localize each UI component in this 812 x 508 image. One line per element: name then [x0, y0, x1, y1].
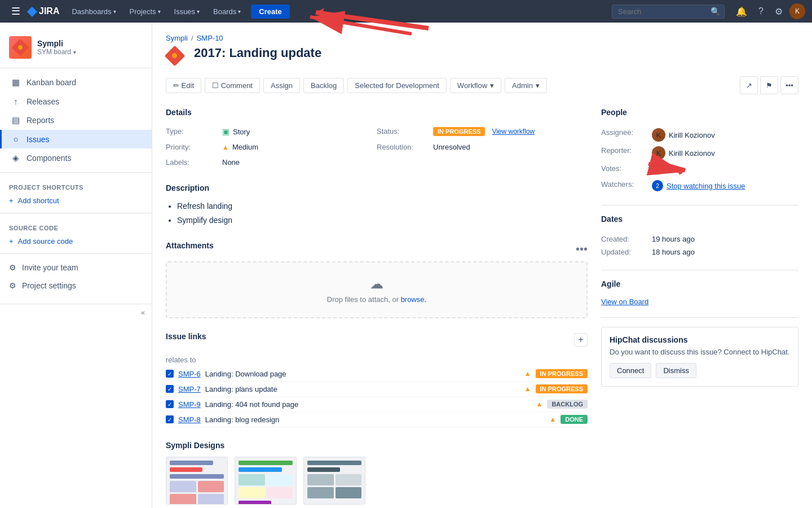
link-key-smp8[interactable]: SMP-8	[178, 415, 201, 424]
design-thumb-1[interactable]	[166, 457, 228, 505]
issues-icon: ○	[11, 134, 21, 144]
link-status-smp7: IN PROGRESS	[536, 384, 588, 393]
link-checkbox-smp6	[166, 370, 174, 378]
hipchat-description: Do you want to discuss this issue? Conne…	[610, 348, 790, 356]
plus-icon-2: +	[9, 237, 14, 246]
add-source-code-button[interactable]: + Add source code	[0, 234, 152, 249]
story-icon: ▣	[222, 127, 230, 136]
sidebar-item-issues[interactable]: ○ Issues	[0, 130, 152, 148]
breadcrumb: Sympli / SMP-10	[166, 34, 798, 42]
link-checkbox-smp7	[166, 385, 174, 393]
link-key-smp7[interactable]: SMP-7	[178, 385, 201, 393]
stop-watching-link[interactable]: Stop watching this issue	[667, 182, 745, 190]
attachments-more-icon[interactable]: •••	[576, 243, 588, 256]
link-row-smp8: SMP-8 Landing: blog redesign ▲ DONE	[166, 412, 588, 427]
more-button[interactable]: •••	[780, 76, 798, 94]
votes-badge[interactable]: 0	[652, 164, 663, 176]
invite-team-button[interactable]: ⚙ Invite your team	[0, 259, 152, 277]
description-item-0: Refresh landing	[177, 199, 588, 213]
user-avatar[interactable]: K	[789, 3, 805, 19]
agile-panel: Agile View on Board	[601, 279, 798, 306]
status-badge: IN PROGRESS	[433, 127, 485, 136]
issue-links-title: Issue links	[166, 332, 206, 341]
hipchat-panel: HipChat discussions Do you want to discu…	[601, 327, 798, 387]
sidebar: Sympli SYM board ▾ ▦ Kanban board ↑ Rele…	[0, 23, 152, 508]
attachments-drop-zone[interactable]: ☁ Drop files to attach, or browse.	[166, 261, 588, 318]
issue-main: Details Type: ▣ Story	[166, 108, 588, 508]
link-checkbox-smp9	[166, 400, 174, 408]
design-thumb-2[interactable]	[235, 457, 297, 505]
kanban-icon: ▦	[11, 77, 21, 87]
link-checkbox-smp8	[166, 415, 174, 423]
breadcrumb-issue-link[interactable]: SMP-10	[197, 34, 223, 42]
releases-icon: ↑	[11, 97, 21, 106]
people-title: People	[601, 108, 798, 119]
nav-dashboards[interactable]: Dashboards ▾	[66, 5, 121, 18]
relates-to-label: relates to	[166, 353, 588, 366]
help-icon[interactable]: ?	[754, 4, 768, 19]
view-workflow-link[interactable]: View workflow	[492, 128, 535, 135]
top-navigation: ☰ ◆ JIRA Dashboards ▾ Projects ▾ Issues …	[0, 0, 812, 23]
feedback-button[interactable]: ⚑	[760, 76, 778, 94]
hipchat-connect-button[interactable]: Connect	[610, 363, 651, 378]
assign-button[interactable]: Assign	[263, 78, 300, 93]
nav-boards[interactable]: Boards ▾	[208, 5, 246, 18]
breadcrumb-project-link[interactable]: Sympli	[166, 34, 188, 42]
nav-projects[interactable]: Projects ▾	[124, 5, 166, 18]
sidebar-board-selector[interactable]: SYM board ▾	[37, 48, 143, 56]
upload-icon: ☁	[180, 276, 573, 292]
created-row: Created: 19 hours ago	[601, 233, 798, 246]
search-input[interactable]	[612, 5, 725, 19]
design-thumb-3[interactable]	[303, 457, 365, 505]
issue-body: Details Type: ▣ Story	[166, 108, 798, 508]
updated-row: Updated: 18 hours ago	[601, 246, 798, 259]
plus-icon: +	[9, 196, 14, 205]
view-on-board-link[interactable]: View on Board	[601, 297, 648, 306]
backlog-button[interactable]: Backlog	[303, 78, 344, 93]
hamburger-menu[interactable]: ☰	[7, 3, 25, 20]
detail-status: Status: IN PROGRESS View workflow	[377, 124, 588, 139]
sidebar-project-info: Sympli SYM board ▾	[37, 39, 143, 56]
add-link-button[interactable]: +	[574, 333, 588, 347]
hipchat-title: HipChat discussions	[610, 335, 790, 344]
add-shortcut-button[interactable]: + Add shortcut	[0, 193, 152, 208]
people-panel: People Assignee: K Kirill Kozionov Repor…	[601, 108, 798, 194]
hipchat-dismiss-button[interactable]: Dismiss	[656, 363, 696, 378]
share-button[interactable]: ↗	[740, 76, 758, 94]
link-title-smp9: Landing: 404 not found page	[205, 400, 532, 409]
browse-link[interactable]: browse.	[401, 295, 427, 304]
comment-button[interactable]: ☐ Comment	[205, 78, 260, 93]
sidebar-item-components[interactable]: ◈ Components	[0, 148, 152, 168]
notifications-icon[interactable]: 🔔	[731, 4, 752, 19]
workflow-button[interactable]: Workflow ▾	[450, 78, 501, 93]
issue-sidebar: People Assignee: K Kirill Kozionov Repor…	[601, 108, 798, 508]
sidebar-item-releases[interactable]: ↑ Releases	[0, 92, 152, 111]
link-key-smp9[interactable]: SMP-9	[178, 400, 201, 409]
dates-title: Dates	[601, 214, 798, 226]
settings-icon[interactable]: ⚙	[770, 4, 787, 19]
design-thumbnails	[166, 457, 588, 505]
detail-type: Type: ▣ Story	[166, 124, 377, 139]
description-list: Refresh landing Symplify design	[166, 199, 588, 227]
main-content: Sympli / SMP-10 2017: Landing update ✏ E…	[152, 23, 812, 508]
edit-button[interactable]: ✏ Edit	[166, 78, 201, 93]
hipchat-buttons: Connect Dismiss	[610, 363, 790, 378]
watchers-badge: 2	[652, 180, 663, 191]
sympli-designs-title: Sympli Designs	[166, 441, 588, 450]
link-key-smp6[interactable]: SMP-6	[178, 370, 201, 378]
sidebar-collapse-button[interactable]: «	[0, 304, 152, 321]
updated-value: 18 hours ago	[652, 248, 798, 256]
reporter-value: K Kirill Kozionov	[652, 146, 798, 160]
sidebar-item-kanban[interactable]: ▦ Kanban board	[0, 73, 152, 92]
admin-button[interactable]: Admin ▾	[505, 78, 547, 93]
create-button[interactable]: Create	[251, 5, 289, 19]
nav-issues[interactable]: Issues ▾	[169, 5, 206, 18]
issue-title: 2017: Landing update	[194, 46, 321, 60]
assignee-row: Assignee: K Kirill Kozionov	[601, 126, 798, 144]
project-settings-button[interactable]: ⚙ Project settings	[0, 277, 152, 295]
issue-links-section: Issue links + relates to SMP-6 Landing: …	[166, 332, 588, 427]
details-grid: Type: ▣ Story Status: I	[166, 124, 588, 170]
selected-for-dev-button[interactable]: Selected for Development	[347, 78, 447, 93]
link-row-smp7: SMP-7 Landing: plans update ▲ IN PROGRES…	[166, 382, 588, 397]
sidebar-item-reports[interactable]: ▤ Reports	[0, 111, 152, 130]
